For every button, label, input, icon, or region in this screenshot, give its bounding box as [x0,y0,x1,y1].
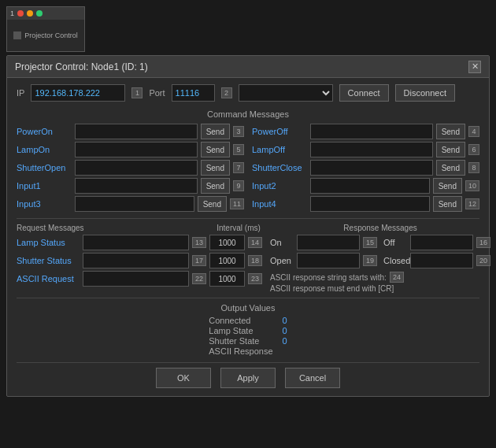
dialog-title: Projector Control: Node1 (ID: 1) [15,61,148,72]
lamp-interval-input[interactable] [209,235,245,250]
on-input[interactable] [297,235,360,250]
response-section: Response Messages On 15 Off 16 Open 19 C… [270,224,490,293]
command-messages-title: Command Messages [17,109,479,119]
divider2 [17,298,479,298]
response-messages-header: Response Messages [270,224,490,232]
input1-label: Input1 [17,181,72,191]
cancel-button[interactable]: Cancel [285,368,340,388]
poweron-label: PowerOn [17,127,72,136]
off-label: Off [383,238,407,247]
connected-key: Connected [209,316,272,325]
input1-input[interactable] [75,178,198,194]
lampon-badge: 5 [233,144,244,155]
cmd-row-lampoff: LampOff Send 6 [252,142,479,157]
poweron-send-button[interactable]: Send [201,124,230,139]
input4-send-button[interactable]: Send [433,196,462,212]
lampoff-send-button[interactable]: Send [436,142,465,157]
button-row: OK Apply Cancel [17,368,479,388]
input4-input[interactable] [310,196,430,212]
lampon-input[interactable] [75,142,198,157]
input2-send-button[interactable]: Send [433,178,462,194]
connect-button[interactable]: Connect [339,84,389,102]
input4-label: Input4 [252,199,307,209]
closed-input[interactable] [410,253,473,268]
lamp-status-row: Lamp Status 13 14 [17,235,262,250]
shutter-status-input[interactable] [83,253,189,268]
lamp-interval-badge: 14 [248,237,262,248]
command-messages-grid: PowerOn Send 3 PowerOff Send 4 LampOn Se… [17,124,479,212]
ascii-request-badge: 22 [192,273,206,284]
on-label: On [270,238,294,247]
port-label: Port [149,88,165,98]
dot-yellow-icon[interactable] [27,10,33,17]
close-button[interactable]: ✕ [468,61,481,73]
shutteropen-send-button[interactable]: Send [201,160,230,176]
on-off-row: On 15 Off 16 [270,235,490,250]
poweroff-send-button[interactable]: Send [436,124,465,139]
connection-dropdown[interactable] [239,84,333,102]
lampoff-badge: 6 [468,144,479,155]
open-input[interactable] [297,253,360,268]
connected-value: 0 [283,316,287,325]
lamp-status-req-badge: 13 [192,237,206,248]
input4-badge: 12 [465,198,479,209]
input3-input[interactable] [75,196,194,212]
lower-section: Request Messages Interval (ms) Lamp Stat… [17,224,479,293]
output-values-title: Output Values [17,303,479,313]
output-values-section: Output Values Connected 0 Lamp State 0 S… [17,303,479,356]
disconnect-button[interactable]: Disconnect [395,84,455,102]
port-badge: 2 [221,87,232,98]
shutter-status-label: Shutter Status [17,256,80,265]
shutteropen-badge: 7 [233,162,244,173]
ascii-interval-badge: 23 [248,273,262,284]
off-input[interactable] [410,235,473,250]
projector-icon [13,31,21,39]
poweron-input[interactable] [75,124,198,139]
mini-window-title: Projector Control [24,31,78,39]
lampoff-label: LampOff [252,145,307,154]
open-label: Open [270,256,294,265]
mini-window: 1 Projector Control [6,6,85,52]
mini-titlebar: 1 [7,7,84,20]
ip-input[interactable] [31,84,125,102]
lampon-label: LampOn [17,145,72,154]
ok-button[interactable]: OK [156,368,211,388]
ascii-starts-label: ASCII response string starts with: [270,273,387,282]
ascii-notes: ASCII response string starts with: 24 AS… [270,272,490,293]
lampoff-input[interactable] [310,142,433,157]
input2-badge: 10 [465,180,479,191]
on-badge: 15 [363,237,377,248]
apply-button[interactable]: Apply [220,368,276,388]
shutterclose-input[interactable] [310,160,433,176]
dialog-titlebar: Projector Control: Node1 (ID: 1) ✕ [7,56,489,78]
dot-red-icon[interactable] [17,10,24,17]
cmd-row-poweroff: PowerOff Send 4 [252,124,479,139]
lamp-status-input[interactable] [83,235,189,250]
ascii-interval-input[interactable] [209,271,245,287]
port-input[interactable] [172,84,215,102]
shutteropen-label: ShutterOpen [17,163,72,172]
input3-send-button[interactable]: Send [198,196,227,212]
poweroff-badge: 4 [468,126,479,137]
shutter-interval-input[interactable] [209,253,245,268]
input2-input[interactable] [310,178,430,194]
ascii-badge: 24 [390,272,404,283]
request-section: Request Messages Interval (ms) Lamp Stat… [17,224,262,293]
shutter-interval-badge: 18 [248,255,262,266]
shutter-state-value: 0 [283,336,287,346]
cmd-row-input1: Input1 Send 9 [17,178,244,194]
shutteropen-input[interactable] [75,160,198,176]
shutter-status-row: Shutter Status 17 18 [17,253,262,268]
cmd-row-shutterclose: ShutterClose Send 8 [252,160,479,176]
lampon-send-button[interactable]: Send [201,142,230,157]
lamp-status-label: Lamp Status [17,238,80,247]
ascii-request-input[interactable] [83,271,189,287]
input1-send-button[interactable]: Send [201,178,230,194]
shutterclose-send-button[interactable]: Send [436,160,465,176]
poweroff-input[interactable] [310,124,433,139]
interval-header: Interval (ms) [215,224,262,232]
ascii-ends-label: ASCII response must end with [CR] [270,284,490,293]
shutterclose-label: ShutterClose [252,163,307,172]
cmd-row-lampon: LampOn Send 5 [17,142,244,157]
dot-green-icon[interactable] [36,10,43,17]
